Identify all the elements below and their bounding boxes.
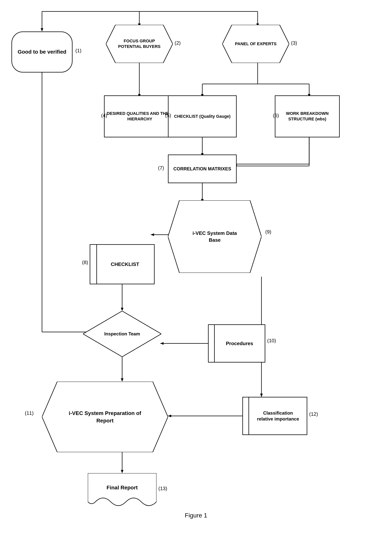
diagram: Good to be verified (1) FOCUS GROUP POTE… [0,0,392,525]
label-12: (12) [309,411,318,417]
label-5: (5) [165,113,171,119]
checklist-quality-node: CHECKLIST (Quality Gauge) [168,95,237,137]
label-13: (13) [158,486,167,491]
procedures-node: Procedures [208,324,265,362]
inspection-team-node: Inspection Team [83,311,161,357]
svg-marker-35 [121,378,123,382]
label-8: (8) [82,260,88,265]
ivec-database-node: i-VEC System Data Base [168,200,261,273]
svg-marker-41 [121,470,123,473]
svg-marker-39 [260,394,263,397]
work-breakdown-node: WORK BREAKDOWN STRUCTURE (wbs) [275,95,340,137]
ivec-report-node: i-VEC System Preparation of Report [42,382,168,452]
label-1: (1) [75,48,82,54]
svg-marker-28 [121,308,123,311]
svg-marker-37 [168,415,171,417]
final-report-node: Final Report [88,473,156,510]
good-to-be-verified-node: Good to be verified [11,31,73,72]
label-2: (2) [175,40,181,46]
label-9: (9) [265,229,271,235]
classification-node: Classification relative importance [242,397,307,435]
panel-experts-node: PANEL OF EXPERTS [222,25,289,63]
focus-group-node: FOCUS GROUP POTENTIAL BUYERS [106,25,173,63]
correlation-matrixes-node: CORRELATION MATRIXES [168,154,237,183]
label-4: (4) [101,113,107,119]
label-3: (3) [291,40,297,46]
figure-caption: Figure 1 [0,512,392,519]
label-7: (7) [158,165,164,171]
label-10: (10) [267,338,276,344]
checklist-main-node: CHECKLIST [90,244,155,284]
desired-qualities-node: DESIRED QUALITIES AND THEIR HIERARCHY [104,95,176,137]
label-6: (6) [273,113,279,119]
svg-marker-26 [151,233,154,236]
svg-marker-1 [41,28,43,31]
label-11: (11) [25,410,34,416]
